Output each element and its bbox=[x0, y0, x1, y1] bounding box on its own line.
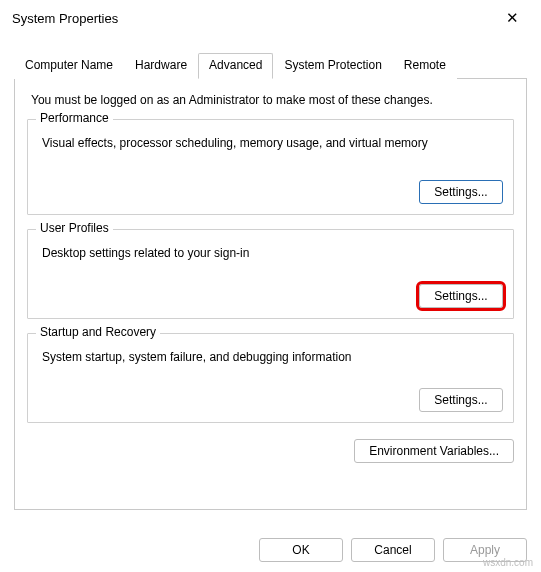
environment-variables-button[interactable]: Environment Variables... bbox=[354, 439, 514, 463]
dialog-footer: OK Cancel Apply bbox=[259, 538, 527, 562]
legend-performance: Performance bbox=[36, 111, 113, 125]
settings-button-performance[interactable]: Settings... bbox=[419, 180, 503, 204]
tab-remote[interactable]: Remote bbox=[393, 53, 457, 79]
desc-user-profiles: Desktop settings related to your sign-in bbox=[42, 246, 503, 260]
window-title: System Properties bbox=[12, 11, 118, 26]
intro-text: You must be logged on as an Administrato… bbox=[31, 93, 514, 107]
tab-computer-name[interactable]: Computer Name bbox=[14, 53, 124, 79]
titlebar: System Properties ✕ bbox=[0, 0, 541, 36]
group-performance: Performance Visual effects, processor sc… bbox=[27, 119, 514, 215]
tab-system-protection[interactable]: System Protection bbox=[273, 53, 392, 79]
settings-button-startup-recovery[interactable]: Settings... bbox=[419, 388, 503, 412]
tabs: Computer Name Hardware Advanced System P… bbox=[14, 52, 541, 78]
close-icon[interactable]: ✕ bbox=[498, 5, 527, 31]
cancel-button[interactable]: Cancel bbox=[351, 538, 435, 562]
settings-button-user-profiles[interactable]: Settings... bbox=[419, 284, 503, 308]
tab-advanced[interactable]: Advanced bbox=[198, 53, 273, 79]
btnrow-user-profiles: Settings... bbox=[38, 284, 503, 308]
apply-button[interactable]: Apply bbox=[443, 538, 527, 562]
legend-user-profiles: User Profiles bbox=[36, 221, 113, 235]
group-user-profiles: User Profiles Desktop settings related t… bbox=[27, 229, 514, 319]
btnrow-performance: Settings... bbox=[38, 180, 503, 204]
legend-startup-recovery: Startup and Recovery bbox=[36, 325, 160, 339]
group-startup-recovery: Startup and Recovery System startup, sys… bbox=[27, 333, 514, 423]
ok-button[interactable]: OK bbox=[259, 538, 343, 562]
env-row: Environment Variables... bbox=[27, 439, 514, 463]
desc-performance: Visual effects, processor scheduling, me… bbox=[42, 136, 503, 150]
desc-startup-recovery: System startup, system failure, and debu… bbox=[42, 350, 503, 364]
tab-hardware[interactable]: Hardware bbox=[124, 53, 198, 79]
tabpanel-advanced: You must be logged on as an Administrato… bbox=[14, 78, 527, 510]
btnrow-startup-recovery: Settings... bbox=[38, 388, 503, 412]
